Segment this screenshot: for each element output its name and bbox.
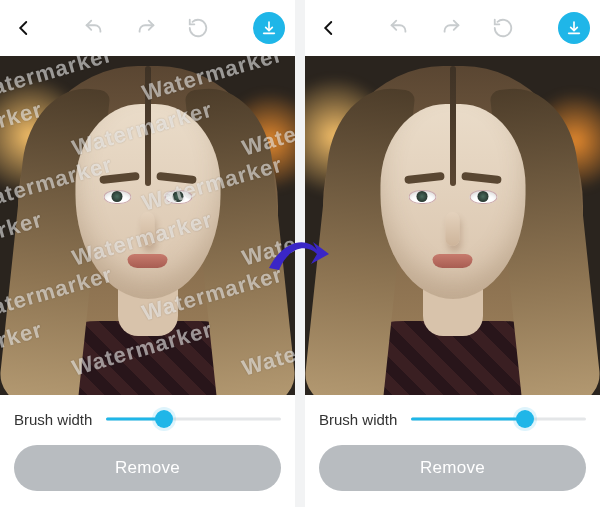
remove-button[interactable]: Remove — [319, 445, 586, 491]
portrait-image — [0, 56, 295, 395]
revert-button[interactable] — [184, 14, 212, 42]
download-button[interactable] — [253, 12, 285, 44]
app-screen-before: WatermarkerWatermarkerWatermarkerWaterma… — [0, 0, 295, 507]
controls: Brush width Remove — [0, 395, 295, 507]
image-canvas[interactable]: WatermarkerWatermarkerWatermarkerWaterma… — [0, 56, 295, 395]
back-button[interactable] — [10, 14, 38, 42]
transition-arrow-icon — [263, 230, 337, 290]
brush-width-slider[interactable] — [106, 409, 281, 429]
undo-button[interactable] — [80, 14, 108, 42]
app-screen-after: Brush width Remove — [305, 0, 600, 507]
toolbar — [305, 0, 600, 56]
redo-button[interactable] — [437, 14, 465, 42]
image-canvas[interactable] — [305, 56, 600, 395]
brush-width-label: Brush width — [14, 411, 92, 428]
redo-button[interactable] — [132, 14, 160, 42]
back-button[interactable] — [315, 14, 343, 42]
portrait-image — [305, 56, 600, 395]
toolbar — [0, 0, 295, 56]
controls: Brush width Remove — [305, 395, 600, 507]
remove-button[interactable]: Remove — [14, 445, 281, 491]
download-button[interactable] — [558, 12, 590, 44]
brush-width-label: Brush width — [319, 411, 397, 428]
undo-button[interactable] — [385, 14, 413, 42]
revert-button[interactable] — [489, 14, 517, 42]
brush-width-slider[interactable] — [411, 409, 586, 429]
